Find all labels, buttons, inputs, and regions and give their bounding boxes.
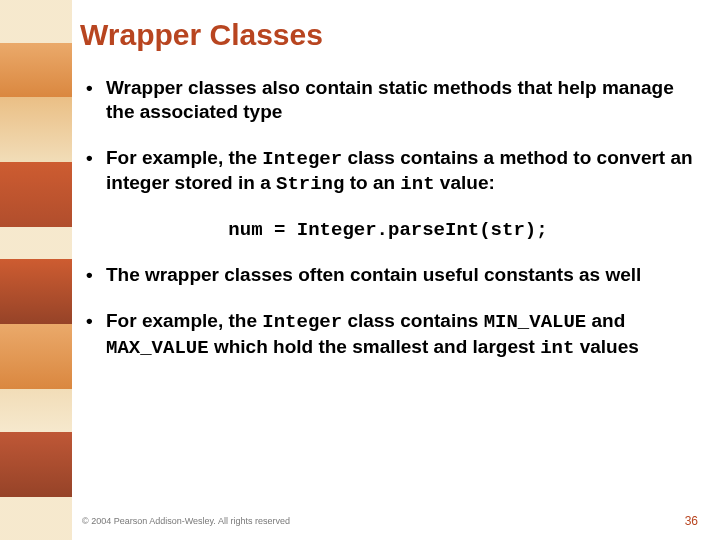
- code-text: String: [276, 173, 344, 195]
- bullet-text: Wrapper classes also contain static meth…: [106, 77, 674, 122]
- code-text: Integer: [262, 311, 342, 333]
- copyright-footer: © 2004 Pearson Addison-Wesley. All right…: [82, 516, 290, 526]
- code-text: MIN_VALUE: [484, 311, 587, 333]
- bullet-text: For example, the: [106, 147, 262, 168]
- slide-title: Wrapper Classes: [80, 18, 696, 52]
- code-line: num = Integer.parseInt(str);: [80, 219, 696, 241]
- bullet-text: to an: [344, 172, 400, 193]
- bullet-text: which hold the smallest and largest: [209, 336, 541, 357]
- bullet-item: For example, the Integer class contains …: [82, 146, 696, 198]
- bullet-list: The wrapper classes often contain useful…: [82, 263, 696, 360]
- bullet-text: value:: [435, 172, 495, 193]
- decorative-sidebar: [0, 0, 72, 540]
- bullet-list: Wrapper classes also contain static meth…: [82, 76, 696, 197]
- bullet-text: The wrapper classes often contain useful…: [106, 264, 641, 285]
- bullet-text: and: [586, 310, 625, 331]
- code-text: Integer: [262, 148, 342, 170]
- code-text: int: [400, 173, 434, 195]
- bullet-item: The wrapper classes often contain useful…: [82, 263, 696, 287]
- bullet-text: values: [574, 336, 638, 357]
- code-text: MAX_VALUE: [106, 337, 209, 359]
- code-text: int: [540, 337, 574, 359]
- slide-content: Wrapper Classes Wrapper classes also con…: [80, 18, 696, 522]
- bullet-text: class contains: [342, 310, 484, 331]
- bullet-item: For example, the Integer class contains …: [82, 309, 696, 361]
- bullet-item: Wrapper classes also contain static meth…: [82, 76, 696, 124]
- page-number: 36: [685, 514, 698, 528]
- bullet-text: For example, the: [106, 310, 262, 331]
